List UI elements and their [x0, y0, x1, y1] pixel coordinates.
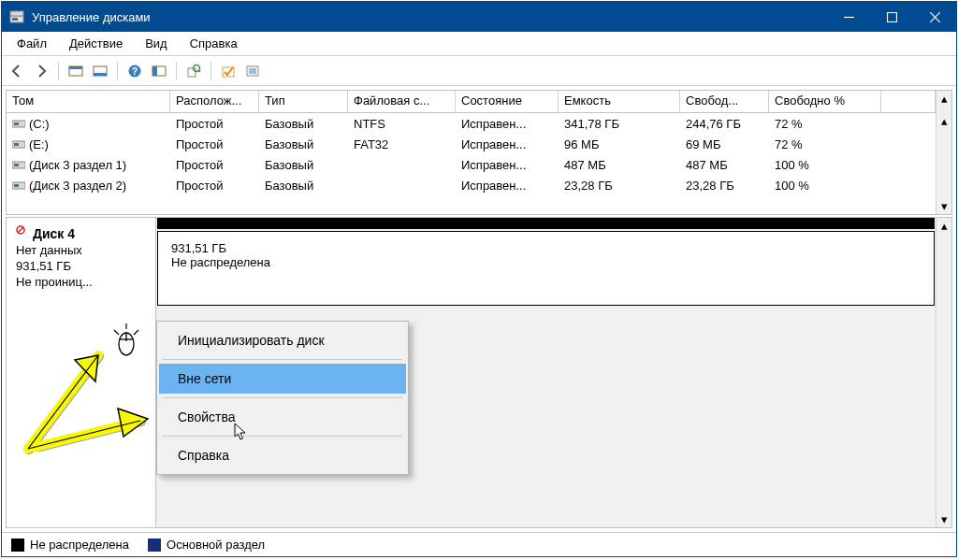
ctx-help[interactable]: Справка: [159, 440, 406, 470]
window-title: Управление дисками: [32, 10, 827, 24]
scroll-up-icon[interactable]: ▴: [936, 91, 951, 113]
svg-rect-1: [12, 18, 18, 21]
ctx-properties[interactable]: Свойства: [159, 402, 406, 432]
help-icon[interactable]: ?: [123, 60, 146, 82]
list-icon[interactable]: [241, 60, 264, 82]
volume-name: (C:): [7, 117, 170, 131]
partition-state: Не распределена: [171, 255, 921, 269]
ctx-offline[interactable]: Вне сети: [159, 364, 406, 394]
svg-rect-30: [14, 184, 19, 187]
scroll-down-icon[interactable]: ▾: [937, 511, 951, 527]
toolbar: ?: [2, 56, 956, 86]
menu-action[interactable]: Действие: [58, 34, 134, 53]
menu-view[interactable]: Вид: [134, 34, 179, 53]
volume-name: (E:): [7, 137, 170, 151]
refresh-icon[interactable]: [182, 60, 205, 82]
scroll-up-icon[interactable]: ▴: [937, 113, 951, 129]
volume-table: Том Располож... Тип Файловая с... Состоя…: [6, 90, 952, 215]
col-volume[interactable]: Том: [7, 91, 170, 112]
table-row[interactable]: (C:)ПростойБазовыйNTFSИсправен...341,78 …: [7, 113, 936, 134]
col-capacity[interactable]: Емкость: [559, 91, 680, 112]
disk-status: Не проиниц...: [16, 275, 146, 289]
settings-icon[interactable]: [148, 60, 170, 82]
svg-line-17: [198, 70, 200, 72]
svg-rect-2: [10, 11, 23, 16]
svg-rect-24: [14, 122, 19, 125]
volume-table-header: Том Располож... Тип Файловая с... Состоя…: [7, 91, 951, 113]
titlebar: Управление дисками: [2, 2, 956, 32]
app-icon: [9, 9, 24, 24]
table-row[interactable]: (Диск 3 раздел 1)ПростойБазовыйИсправен.…: [7, 154, 936, 175]
cursor-icon: [234, 423, 249, 443]
svg-rect-8: [69, 66, 82, 69]
close-button[interactable]: [913, 2, 956, 32]
view-bottom-icon[interactable]: [89, 60, 111, 82]
disk-scrollbar[interactable]: ▴ ▾: [936, 218, 951, 527]
partition-size: 931,51 ГБ: [171, 241, 921, 255]
col-fs[interactable]: Файловая с...: [348, 91, 456, 112]
svg-text:?: ?: [132, 66, 138, 77]
legend-swatch-unallocated: [11, 538, 24, 552]
svg-rect-15: [188, 68, 196, 77]
disk-graphical-pane: Диск 4 Нет данных 931,51 ГБ Не проиниц..…: [6, 217, 952, 528]
minimize-button[interactable]: [827, 2, 870, 32]
table-row[interactable]: (Диск 3 раздел 2)ПростойБазовыйИсправен.…: [7, 175, 936, 195]
disk-header[interactable]: Диск 4 Нет данных 931,51 ГБ Не проиниц..…: [7, 218, 156, 527]
volume-name: (Диск 3 раздел 2): [7, 179, 170, 193]
col-status[interactable]: Состояние: [456, 91, 559, 112]
col-layout[interactable]: Располож...: [170, 91, 259, 112]
menu-help[interactable]: Справка: [179, 34, 249, 53]
maximize-button[interactable]: [870, 2, 913, 32]
svg-rect-28: [14, 164, 19, 166]
legend-unallocated: Не распределена: [30, 538, 129, 552]
vertical-scrollbar[interactable]: ▴ ▾: [936, 113, 951, 214]
back-button[interactable]: [6, 60, 28, 82]
menubar: Файл Действие Вид Справка: [2, 32, 956, 56]
disk-status-icon: [16, 225, 29, 241]
svg-rect-10: [94, 73, 107, 76]
legend-swatch-primary: [148, 538, 161, 552]
menu-file[interactable]: Файл: [6, 34, 58, 53]
checkmark-icon[interactable]: [217, 60, 240, 82]
col-freepct[interactable]: Свободно %: [769, 91, 881, 112]
col-type[interactable]: Тип: [259, 91, 348, 112]
disk-name: Диск 4: [33, 226, 75, 241]
table-row[interactable]: (E:)ПростойБазовыйFAT32Исправен...96 МБ6…: [7, 134, 936, 154]
legend: Не распределена Основной раздел: [2, 532, 956, 556]
disk-type: Нет данных: [16, 243, 146, 257]
partition-box[interactable]: 931,51 ГБ Не распределена: [157, 231, 935, 306]
legend-primary: Основной раздел: [167, 538, 265, 552]
view-top-icon[interactable]: [65, 60, 87, 82]
unallocated-strip: [157, 218, 935, 229]
svg-rect-4: [887, 12, 896, 22]
ctx-initialize-disk[interactable]: Инициализировать диск: [159, 325, 406, 355]
disk-size: 931,51 ГБ: [16, 259, 146, 273]
scroll-up-icon[interactable]: ▴: [937, 218, 951, 234]
context-menu: Инициализировать диск Вне сети Свойства …: [156, 321, 409, 475]
svg-rect-14: [152, 66, 157, 76]
forward-button[interactable]: [30, 60, 52, 82]
svg-rect-26: [14, 143, 19, 146]
col-free[interactable]: Свобод...: [680, 91, 769, 112]
scroll-down-icon[interactable]: ▾: [937, 198, 951, 214]
volume-name: (Диск 3 раздел 1): [7, 158, 170, 172]
